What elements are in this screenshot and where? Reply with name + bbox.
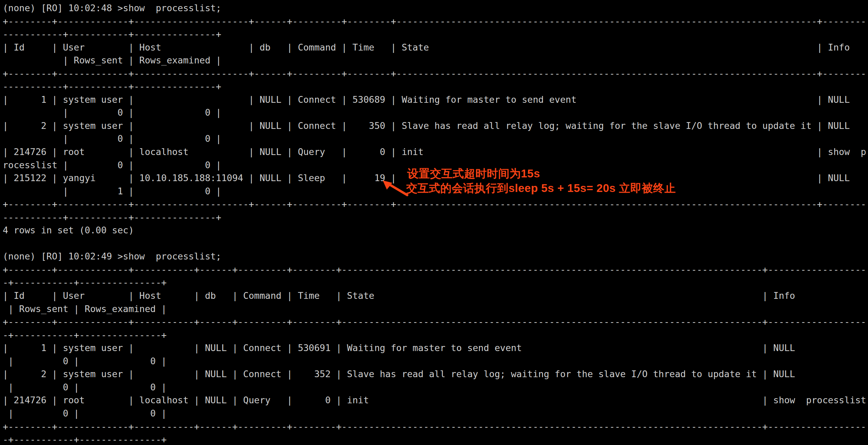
annotation-timeout-note: 设置交互式超时时间为15s <box>407 167 540 180</box>
terminal-window: { "colors": { "background": "#000000", "… <box>0 0 868 445</box>
annotation-session-killed-note: 交互式的会话执行到sleep 5s + 15s= 20s 立即被终止 <box>406 181 676 195</box>
annotation-arrow-icon <box>379 178 413 200</box>
terminal-output: (none) [RO] 10:02:48 >show processlist; … <box>0 0 868 445</box>
